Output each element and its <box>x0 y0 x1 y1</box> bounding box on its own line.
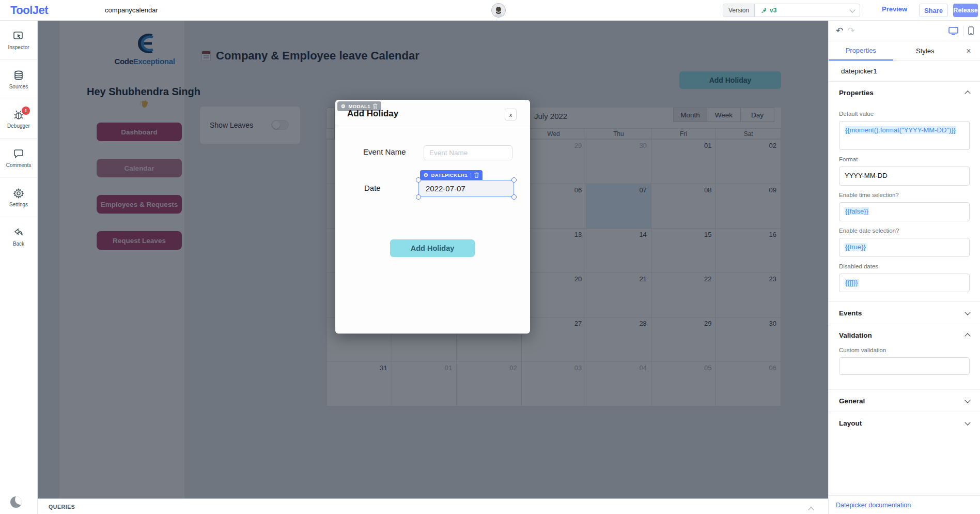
back-arrow-icon <box>13 227 24 238</box>
disabled-dates-input[interactable]: {{[]}} <box>839 274 970 293</box>
section-general[interactable]: General <box>839 390 970 412</box>
person-icon <box>493 5 504 18</box>
resize-handle-bottom-left[interactable] <box>416 194 421 200</box>
queries-label: QUERIES <box>49 504 75 510</box>
redo-icon[interactable]: ↷ <box>847 25 854 36</box>
section-events[interactable]: Events <box>839 302 970 324</box>
queries-panel-bar[interactable]: QUERIES <box>38 498 828 514</box>
sidebar-item-inspector[interactable]: Inspector <box>0 21 37 60</box>
modal-title: Add Holiday <box>347 109 398 119</box>
field-label-disabled-dates: Disabled dates <box>839 263 970 269</box>
inspector-tabs: Properties Styles × <box>829 41 980 61</box>
format-input[interactable]: YYYY-MM-DD <box>839 167 970 186</box>
close-icon[interactable]: × <box>957 41 980 61</box>
section-validation[interactable]: Validation <box>839 324 970 346</box>
sidebar-item-comments[interactable]: Comments <box>0 139 37 178</box>
divider <box>335 126 530 126</box>
custom-validation-input[interactable] <box>839 357 970 375</box>
widget-inspector-panel: ↶ ↷ Properties Styles × datepicker1 Prop… <box>828 21 980 514</box>
documentation-footer: Datepicker documentation <box>829 495 980 514</box>
chevron-up-icon[interactable] <box>808 507 814 512</box>
preview-button[interactable]: Preview <box>882 5 907 13</box>
tab-properties[interactable]: Properties <box>829 41 893 61</box>
chevron-down-icon <box>965 309 970 315</box>
datepicker-input[interactable]: 2022-07-07 <box>418 180 514 197</box>
sidebar-item-sources[interactable]: Sources <box>0 60 37 99</box>
resize-handle-top-left[interactable] <box>416 177 421 183</box>
rocket-icon <box>761 7 767 13</box>
sidebar-item-settings[interactable]: Settings <box>0 178 37 217</box>
section-layout[interactable]: Layout <box>839 412 970 434</box>
editor-topbar: ToolJet companycalendar Version v3 Previ… <box>0 0 980 21</box>
add-holiday-modal: ⚙ MODAL1 Add Holiday x Event Name ⚙ DATE… <box>335 100 530 334</box>
section-properties[interactable]: Properties <box>839 82 970 103</box>
release-button[interactable]: Release <box>953 4 978 17</box>
resize-handle-top-right[interactable] <box>511 177 517 183</box>
field-label-default-value: Default value <box>839 111 970 117</box>
event-name-input[interactable] <box>424 145 512 160</box>
gear-icon[interactable]: ⚙ <box>341 104 346 109</box>
chevron-down-icon <box>965 419 970 425</box>
inspector-icon <box>13 31 24 42</box>
event-name-label: Event Name <box>363 147 406 156</box>
sidebar-item-back[interactable]: Back <box>0 217 37 256</box>
editor-left-sidebar: Inspector Sources 1 Debugger Comments Se… <box>0 21 38 514</box>
version-value: v3 <box>770 7 776 14</box>
tab-styles[interactable]: Styles <box>893 41 958 61</box>
field-label-custom-validation: Custom validation <box>839 347 970 353</box>
database-icon <box>13 70 24 81</box>
field-label-enable-time: Enable time selection? <box>839 192 970 198</box>
datepicker-widget-tag[interactable]: ⚙ DATEPICKER1 | <box>420 170 483 180</box>
chevron-up-icon <box>965 90 970 96</box>
modal-add-holiday-button[interactable]: Add Holiday <box>390 239 475 257</box>
resize-handle-bottom-right[interactable] <box>511 194 517 200</box>
trash-icon[interactable] <box>474 172 479 178</box>
comment-icon <box>13 148 24 160</box>
datepicker-documentation-link[interactable]: Datepicker documentation <box>836 502 911 509</box>
enable-date-input[interactable]: {{true}} <box>839 238 970 257</box>
default-value-input[interactable]: {{moment().format("YYYY-MM-DD")}} <box>839 121 970 150</box>
chevron-down-icon <box>849 7 855 12</box>
avatar[interactable] <box>491 3 506 18</box>
modal-close-button[interactable]: x <box>505 109 517 120</box>
debugger-error-badge: 1 <box>22 107 30 115</box>
divider: | <box>470 172 472 178</box>
share-button[interactable]: Share <box>919 4 948 17</box>
field-label-format: Format <box>839 156 970 162</box>
chevron-up-icon <box>965 334 970 339</box>
divider <box>963 26 963 36</box>
date-label: Date <box>364 184 381 192</box>
gear-icon <box>13 188 24 199</box>
app-name[interactable]: companycalendar <box>105 6 158 14</box>
tooljet-logo[interactable]: ToolJet <box>10 4 48 17</box>
inspector-toolbar: ↶ ↷ <box>829 21 980 41</box>
dark-mode-toggle-moon-icon[interactable] <box>10 496 22 508</box>
sidebar-item-debugger[interactable]: 1 Debugger <box>0 99 37 139</box>
field-label-enable-date: Enable date selection? <box>839 228 970 234</box>
widget-name[interactable]: datepicker1 <box>829 61 980 82</box>
gear-icon[interactable]: ⚙ <box>424 173 428 178</box>
version-selector[interactable]: Version v3 <box>723 4 860 17</box>
undo-icon[interactable]: ↶ <box>836 25 843 36</box>
version-label: Version <box>723 4 755 17</box>
desktop-icon[interactable] <box>948 27 958 35</box>
chevron-down-icon <box>965 397 970 403</box>
enable-time-input[interactable]: {{false}} <box>839 202 970 221</box>
mobile-icon[interactable] <box>968 26 974 35</box>
